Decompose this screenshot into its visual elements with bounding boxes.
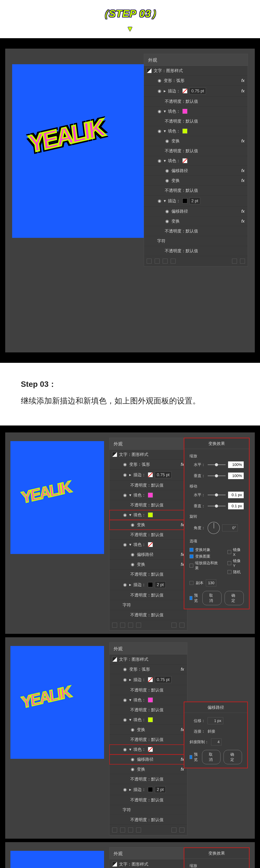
dialog-title: 偏移路径 — [184, 702, 247, 713]
row-opacity[interactable]: 不透明度：默认值 — [144, 226, 248, 236]
row-warp[interactable]: ◉变形：弧形fx — [109, 460, 187, 469]
row-type[interactable]: 文字：图形样式 — [144, 66, 248, 76]
appearance-panel: 外观 文字：图形样式 ◉ 变形：弧形 fx ◉ ▸ 描边： 0.75 pt fx… — [144, 54, 248, 267]
appearance-panel: 外观 文字：图形样式 ◉变形：弧形fx ◉▸描边：0.75 pt 不透明度：默认… — [109, 847, 187, 868]
fx-menu-icon[interactable] — [163, 259, 167, 264]
slider[interactable] — [207, 464, 226, 465]
swatch-lime[interactable] — [183, 129, 187, 133]
visibility-eye-icon[interactable]: ◉ — [157, 158, 162, 163]
fx-icon[interactable]: fx — [241, 219, 245, 224]
visibility-eye-icon[interactable]: ◉ — [157, 109, 162, 114]
screenshot-1: YEALIK 外观 文字：图形样式 ◉ 变形：弧形 fx ◉ ▸ 描边： 0.7… — [0, 38, 260, 363]
row-transform[interactable]: ◉ 变换 fx — [144, 136, 248, 146]
visibility-eye-icon[interactable]: ◉ — [157, 129, 162, 133]
caption-step03-a: Step 03： 继续添加新描边和新填色，如上图外观面板的设置。 — [0, 363, 260, 426]
section-move: 移动 — [190, 484, 244, 489]
value[interactable]: 100% — [228, 461, 244, 468]
fx-icon[interactable]: fx — [241, 138, 245, 144]
field-angle: 角度： 0° — [190, 522, 244, 534]
row-stroke-1[interactable]: ◉ ▸ 描边： 0.75 pt fx — [144, 86, 248, 96]
row-fill-none[interactable]: ◉ ▾ 填色： — [144, 156, 248, 166]
row-offset[interactable]: ◉偏移路径fx — [109, 754, 187, 764]
chk-refly[interactable]: 镜像 Y — [228, 558, 244, 568]
row-opacity[interactable]: 不透明度：默认值 — [144, 96, 248, 106]
field-scale-h: 水平： 100% — [190, 461, 244, 468]
field-move-h: 水平： 0.1 px — [190, 492, 244, 498]
swatch-none[interactable] — [183, 158, 187, 163]
panel-title[interactable]: 外观 — [109, 438, 187, 450]
panel-title[interactable]: 外观 — [144, 54, 248, 66]
chk-strokefx[interactable]: 缩放描边和效果 — [190, 560, 221, 571]
row-transform[interactable]: ◉ 变换 fx — [144, 176, 248, 186]
chk-obj[interactable]: 变换对象 — [190, 547, 221, 552]
cancel-button[interactable]: 取消 — [202, 591, 222, 605]
fx-icon[interactable]: fx — [241, 89, 245, 93]
visibility-eye-icon[interactable]: ◉ — [157, 78, 162, 83]
transform-dialog: 变换效果 缩放 水平： 100% 垂直： 100% 移动 水平： 0.1 px — [184, 438, 250, 609]
fx-icon[interactable]: fx — [241, 178, 245, 183]
stroke-weight-dropdown[interactable]: 0.75 pt — [189, 88, 206, 94]
visibility-eye-icon[interactable]: ◉ — [165, 178, 169, 183]
row-fill-pink[interactable]: ◉▾填色： — [109, 490, 187, 500]
chk-preview[interactable]: 预览 — [190, 751, 199, 763]
fx-icon[interactable]: fx — [241, 78, 245, 83]
down-triangle-icon: ▼ — [0, 25, 260, 33]
visibility-eye-icon[interactable]: ◉ — [165, 209, 169, 214]
chk-preview[interactable]: 预览 — [190, 592, 199, 604]
swatch-pink[interactable] — [183, 109, 187, 114]
add-fill-icon[interactable] — [155, 259, 160, 264]
visibility-eye-icon[interactable]: ◉ — [165, 168, 169, 173]
row-transform[interactable]: ◉变换fx — [109, 520, 187, 530]
angle-dial[interactable] — [207, 522, 220, 534]
panel-footer — [144, 256, 248, 266]
trash-icon[interactable] — [240, 259, 245, 264]
chk-random[interactable]: 随机 — [228, 569, 244, 575]
swatch-black[interactable] — [183, 198, 187, 203]
fx-icon[interactable]: fx — [241, 168, 245, 173]
row-fill-lime[interactable]: ◉▾填色： — [109, 510, 187, 520]
join-dropdown[interactable]: 斜接 — [207, 729, 228, 734]
row-opacity[interactable]: 不透明度：默认值 — [144, 246, 248, 256]
field-scale-v: 垂直： 100% — [190, 472, 244, 479]
row-warp[interactable]: ◉ 变形：弧形 fx — [144, 76, 248, 86]
row-offset[interactable]: ◉ 偏移路径 fx — [144, 166, 248, 176]
row-type[interactable]: 文字：图形样式 — [109, 450, 187, 460]
add-stroke-icon[interactable] — [147, 259, 152, 264]
dialog-title: 变换效果 — [184, 438, 249, 449]
row-opacity[interactable]: 不透明度：默认值 — [144, 186, 248, 195]
visibility-eye-icon[interactable]: ◉ — [165, 138, 169, 144]
field-copies: 副本 130 — [190, 580, 244, 586]
clear-icon[interactable] — [171, 259, 175, 264]
visibility-eye-icon[interactable]: ◉ — [165, 219, 169, 224]
row-opacity[interactable]: 不透明度：默认值 — [144, 146, 248, 156]
cancel-button[interactable]: 取消 — [202, 750, 221, 764]
artboard: YEALIK — [12, 64, 148, 238]
row-characters[interactable]: 字符 — [144, 236, 248, 246]
section-rotate: 旋转 — [190, 514, 244, 519]
visibility-eye-icon[interactable]: ◉ — [157, 89, 162, 93]
step03-header: （STEP 03） ▼ — [0, 0, 260, 38]
stroke-weight-dropdown[interactable]: 2 pt — [189, 197, 200, 204]
caption-heading: Step 03： — [21, 377, 239, 392]
section-scale: 缩放 — [190, 454, 244, 459]
row-fill-lime[interactable]: ◉ ▾ 填色： — [144, 126, 248, 136]
transform-dialog-2: 变换效果 缩放 水平：100% 垂直：100% 移动 水平：0.1 px 垂直：… — [184, 847, 250, 868]
step-label: （STEP 03） — [0, 7, 260, 21]
row-opacity[interactable]: 不透明度：默认值 — [144, 116, 248, 126]
chk-pat[interactable]: 变换图案 — [190, 554, 221, 559]
thumb — [147, 68, 152, 73]
row-fill-none[interactable]: ◉▾填色： — [109, 540, 187, 550]
fx-icon[interactable]: fx — [241, 209, 245, 214]
ok-button[interactable]: 确定 — [224, 750, 242, 764]
visibility-eye-icon[interactable]: ◉ — [157, 198, 162, 203]
row-stroke-black[interactable]: ◉ ▾ 描边： 2 pt — [144, 195, 248, 207]
duplicate-icon[interactable] — [232, 259, 237, 264]
ok-button[interactable]: 确定 — [225, 591, 244, 605]
row-offset[interactable]: ◉ 偏移路径 fx — [144, 207, 248, 216]
artwork-text: YEALIK — [28, 118, 104, 153]
row-fill-pink[interactable]: ◉ ▾ 填色： — [144, 106, 248, 116]
row-transform[interactable]: ◉ 变换 fx — [144, 216, 248, 226]
chk-reflx[interactable]: 镜像 X — [228, 547, 244, 557]
row-stroke-1[interactable]: ◉▸描边：0.75 pt — [109, 469, 187, 480]
swatch-none[interactable] — [183, 89, 187, 93]
